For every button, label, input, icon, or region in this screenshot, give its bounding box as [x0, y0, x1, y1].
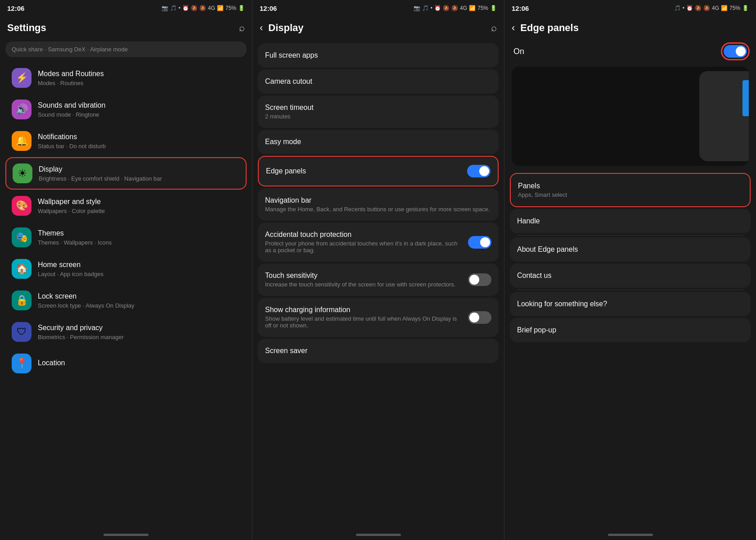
edge-item-lookingfor[interactable]: Looking for something else?	[510, 292, 751, 316]
settings-item-display[interactable]: ☀ Display Brightness · Eye comfort shiel…	[5, 157, 247, 190]
security-title: Security and privacy	[38, 323, 240, 333]
edge-on-toggle-wrapper	[724, 45, 747, 58]
charginginfo-subtitle: Show battery level and estimated time un…	[265, 315, 463, 329]
edge-top-bar: ‹ Edge panels	[504, 16, 756, 40]
display-icon: ☀	[13, 163, 32, 183]
display-item-accidentaltouch[interactable]: Accidental touch protection Protect your…	[258, 222, 499, 262]
display-title: Display	[268, 22, 486, 34]
edge-divider-1	[517, 235, 743, 236]
display-item-fullscreen[interactable]: Full screen apps	[258, 43, 499, 68]
edge-item-briefpopup[interactable]: Brief pop-up	[510, 318, 751, 342]
accidentaltouch-toggle[interactable]	[468, 236, 491, 249]
notifications-title: Notifications	[38, 132, 240, 142]
edge-on-toggle[interactable]	[724, 45, 747, 58]
contactus-title: Contact us	[517, 272, 743, 280]
edge-phone-mockup	[699, 71, 749, 161]
modes-title: Modes and Routines	[38, 69, 240, 79]
display-item-touchsensitivity[interactable]: Touch sensitivity Increase the touch sen…	[258, 263, 499, 296]
handle-title: Handle	[517, 217, 743, 225]
edge-back-button[interactable]: ‹	[512, 22, 515, 34]
settings-item-lockscreen[interactable]: 🔒 Lock screen Screen lock type · Always …	[5, 285, 247, 316]
status-time-1: 12:06	[7, 5, 24, 12]
settings-panel: 12:06 📷 🎵 • ⏰ 🔕 🔕 4G 📶 75% 🔋 Settings ⌕ …	[0, 0, 252, 540]
display-item-easymode[interactable]: Easy mode	[258, 130, 499, 154]
edgepanels-title: Edge panels	[266, 167, 306, 175]
touchsensitivity-toggle[interactable]	[468, 273, 491, 286]
display-title: Display	[39, 165, 239, 174]
settings-item-security[interactable]: 🛡 Security and privacy Biometrics · Perm…	[5, 317, 247, 347]
easymode-title: Easy mode	[265, 138, 491, 146]
wallpaper-title: Wallpaper and style	[38, 197, 240, 207]
home-indicator-3	[608, 534, 653, 536]
charginginfo-toggle[interactable]	[468, 311, 491, 324]
bottom-bar-2	[252, 531, 504, 540]
settings-title: Settings	[7, 22, 234, 34]
display-panel: 12:06 📷 🎵 • ⏰ 🔕 🔕 4G 📶 75% 🔋 ‹ Display ⌕…	[252, 0, 504, 540]
status-time-2: 12:06	[260, 5, 277, 12]
briefpopup-title: Brief pop-up	[517, 326, 743, 334]
settings-top-bar: Settings ⌕	[0, 16, 252, 40]
display-item-screensaver[interactable]: Screen saver	[258, 339, 499, 363]
settings-item-wallpaper[interactable]: 🎨 Wallpaper and style Wallpapers · Color…	[5, 191, 247, 221]
display-subtitle: Brightness · Eye comfort shield · Naviga…	[39, 175, 239, 182]
security-subtitle: Biometrics · Permission manager	[38, 334, 240, 340]
settings-search-icon[interactable]: ⌕	[239, 22, 245, 34]
lockscreen-icon: 🔒	[12, 290, 32, 310]
screentimeout-subtitle: 2 minutes	[265, 113, 491, 120]
edge-item-contactus[interactable]: Contact us	[510, 263, 751, 288]
screentimeout-title: Screen timeout	[265, 104, 491, 112]
screensaver-title: Screen saver	[265, 347, 491, 355]
lockscreen-title: Lock screen	[38, 292, 240, 301]
status-icons-3: 🎵 • ⏰ 🔕 🔕 4G 📶 75% 🔋	[674, 5, 749, 11]
fullscreen-title: Full screen apps	[265, 51, 491, 59]
security-icon: 🛡	[12, 322, 32, 342]
edge-on-section: On	[504, 40, 756, 63]
status-icons-1: 📷 🎵 • ⏰ 🔕 🔕 4G 📶 75% 🔋	[162, 5, 245, 11]
settings-item-sounds[interactable]: 🔊 Sounds and vibration Sound mode · Ring…	[5, 94, 247, 125]
edge-on-label: On	[513, 47, 524, 56]
edge-item-handle[interactable]: Handle	[510, 209, 751, 233]
edge-item-panels[interactable]: Panels Apps, Smart select	[510, 173, 751, 207]
sounds-title: Sounds and vibration	[38, 101, 240, 110]
settings-item-modes[interactable]: ⚡ Modes and Routines Modes · Routines	[5, 63, 247, 93]
accidentaltouch-knob	[480, 237, 490, 247]
edge-preview	[512, 67, 749, 166]
homescreen-subtitle: Layout · App icon badges	[38, 271, 240, 277]
status-bar-3: 12:06 🎵 • ⏰ 🔕 🔕 4G 📶 75% 🔋	[504, 0, 756, 16]
bottom-bar-3	[504, 531, 756, 540]
modes-subtitle: Modes · Routines	[38, 80, 240, 86]
status-bar-1: 12:06 📷 🎵 • ⏰ 🔕 🔕 4G 📶 75% 🔋	[0, 0, 252, 16]
scrolled-items: Quick share · Samsung DeX · Airplane mod…	[5, 41, 247, 57]
navbar-subtitle: Manage the Home, Back, and Recents butto…	[265, 206, 491, 213]
display-item-charginginfo[interactable]: Show charging information Show battery l…	[258, 298, 499, 337]
status-bar-2: 12:06 📷 🎵 • ⏰ 🔕 🔕 4G 📶 75% 🔋	[252, 0, 504, 16]
edge-panel-strip	[742, 80, 749, 116]
themes-subtitle: Themes · Wallpapers · Icons	[38, 239, 240, 246]
touchsensitivity-subtitle: Increase the touch sensitivity of the sc…	[265, 281, 463, 288]
display-top-bar: ‹ Display ⌕	[252, 16, 504, 40]
settings-item-homescreen[interactable]: 🏠 Home screen Layout · App icon badges	[5, 254, 247, 284]
display-item-cameracutout[interactable]: Camera cutout	[258, 69, 499, 94]
display-search-icon[interactable]: ⌕	[491, 22, 497, 34]
settings-item-location[interactable]: 📍 Location	[5, 348, 247, 379]
accidentaltouch-title: Accidental touch protection	[265, 231, 463, 239]
edgepanels-toggle[interactable]	[467, 165, 490, 177]
accidentaltouch-subtitle: Protect your phone from accidental touch…	[265, 240, 463, 254]
display-item-navbar[interactable]: Navigation bar Manage the Home, Back, an…	[258, 188, 499, 221]
notifications-icon: 🔔	[12, 131, 32, 151]
display-item-edgepanels[interactable]: Edge panels	[258, 156, 499, 186]
modes-icon: ⚡	[12, 68, 32, 88]
display-item-screentimeout[interactable]: Screen timeout 2 minutes	[258, 95, 499, 128]
display-list: Full screen apps Camera cutout Screen ti…	[252, 40, 504, 531]
home-indicator-2	[356, 534, 401, 536]
settings-item-themes[interactable]: 🎭 Themes Themes · Wallpapers · Icons	[5, 222, 247, 253]
homescreen-title: Home screen	[38, 260, 240, 270]
display-back-button[interactable]: ‹	[260, 22, 263, 34]
settings-item-notifications[interactable]: 🔔 Notifications Status bar · Do not dist…	[5, 126, 247, 156]
edge-item-about[interactable]: About Edge panels	[510, 237, 751, 262]
notifications-subtitle: Status bar · Do not disturb	[38, 143, 240, 150]
wallpaper-subtitle: Wallpapers · Color palette	[38, 208, 240, 214]
touchsensitivity-knob	[469, 275, 479, 285]
themes-icon: 🎭	[12, 227, 32, 247]
cameracutout-title: Camera cutout	[265, 77, 491, 86]
